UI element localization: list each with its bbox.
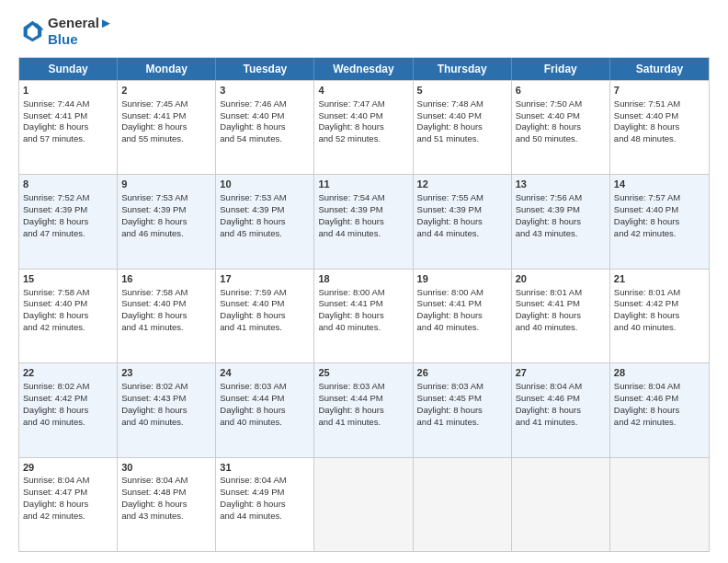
day-cell-2: 2Sunrise: 7:45 AMSunset: 4:41 PMDaylight… [118, 81, 216, 174]
day-info-line: Sunrise: 7:52 AM [23, 192, 113, 204]
day-info-line: Daylight: 8 hours [318, 216, 408, 228]
day-number: 31 [220, 461, 310, 475]
logo-icon [18, 18, 44, 44]
day-number: 29 [23, 461, 113, 475]
day-cell-4: 4Sunrise: 7:47 AMSunset: 4:40 PMDaylight… [314, 81, 413, 174]
header-day-tuesday: Tuesday [216, 58, 314, 80]
empty-cell [610, 458, 709, 551]
header-day-sunday: Sunday [19, 58, 118, 80]
day-info-line: Sunset: 4:41 PM [417, 298, 507, 310]
day-info-line: Daylight: 8 hours [23, 121, 113, 133]
day-number: 5 [417, 84, 507, 98]
day-info-line: Sunrise: 7:57 AM [614, 192, 705, 204]
day-info-line: Daylight: 8 hours [417, 121, 507, 133]
day-number: 18 [318, 272, 408, 286]
day-cell-18: 18Sunrise: 8:00 AMSunset: 4:41 PMDayligh… [314, 270, 413, 362]
day-info-line: and 43 minutes. [121, 511, 211, 523]
day-info-line: Sunrise: 8:00 AM [318, 287, 408, 299]
day-number: 12 [417, 178, 507, 191]
day-info-line: and 40 minutes. [121, 417, 211, 429]
day-info-line: Sunrise: 7:46 AM [220, 98, 310, 110]
day-info-line: Sunset: 4:46 PM [614, 393, 705, 405]
day-info-line: Sunset: 4:40 PM [614, 204, 705, 216]
day-info-line: Sunset: 4:40 PM [516, 110, 606, 122]
day-cell-31: 31Sunrise: 8:04 AMSunset: 4:49 PMDayligh… [216, 458, 314, 551]
day-info-line: Daylight: 8 hours [516, 405, 606, 417]
day-number: 10 [220, 178, 310, 191]
day-number: 2 [121, 84, 211, 98]
day-info-line: Sunrise: 8:02 AM [121, 381, 211, 393]
day-info-line: and 42 minutes. [23, 511, 113, 523]
day-number: 19 [417, 272, 507, 286]
day-cell-14: 14Sunrise: 7:57 AMSunset: 4:40 PMDayligh… [610, 175, 709, 268]
day-info-line: and 45 minutes. [220, 228, 310, 240]
day-info-line: Sunset: 4:41 PM [516, 298, 606, 310]
day-info-line: and 42 minutes. [614, 417, 705, 429]
day-number: 15 [23, 272, 113, 286]
day-info-line: Daylight: 8 hours [614, 216, 705, 228]
day-info-line: Sunset: 4:39 PM [318, 204, 408, 216]
day-info-line: Daylight: 8 hours [220, 121, 310, 133]
day-cell-17: 17Sunrise: 7:59 AMSunset: 4:40 PMDayligh… [216, 270, 314, 362]
day-cell-21: 21Sunrise: 8:01 AMSunset: 4:42 PMDayligh… [610, 270, 709, 362]
day-info-line: Sunrise: 8:03 AM [417, 381, 507, 393]
day-info-line: Daylight: 8 hours [318, 121, 408, 133]
day-info-line: Sunset: 4:39 PM [220, 204, 310, 216]
header-day-saturday: Saturday [610, 58, 709, 80]
logo-text: General► Blue [48, 15, 113, 48]
day-number: 25 [318, 366, 408, 380]
day-info-line: and 51 minutes. [417, 133, 507, 145]
day-info-line: Daylight: 8 hours [417, 405, 507, 417]
day-info-line: Daylight: 8 hours [516, 216, 606, 228]
day-info-line: Sunrise: 7:59 AM [220, 287, 310, 299]
day-info-line: Daylight: 8 hours [417, 216, 507, 228]
day-info-line: Sunset: 4:40 PM [614, 110, 705, 122]
day-info-line: and 48 minutes. [614, 133, 705, 145]
day-info-line: and 41 minutes. [121, 322, 211, 334]
day-info-line: Sunset: 4:40 PM [318, 110, 408, 122]
day-info-line: Daylight: 8 hours [220, 405, 310, 417]
day-info-line: and 57 minutes. [23, 133, 113, 145]
day-info-line: Daylight: 8 hours [121, 121, 211, 133]
day-info-line: and 40 minutes. [516, 322, 606, 334]
calendar: SundayMondayTuesdayWednesdayThursdayFrid… [18, 57, 710, 552]
day-cell-13: 13Sunrise: 7:56 AMSunset: 4:39 PMDayligh… [512, 175, 610, 268]
day-info-line: and 44 minutes. [318, 228, 408, 240]
header: General► Blue [18, 15, 710, 48]
day-cell-7: 7Sunrise: 7:51 AMSunset: 4:40 PMDaylight… [610, 81, 709, 174]
week-row-1: 1Sunrise: 7:44 AMSunset: 4:41 PMDaylight… [19, 80, 709, 174]
header-day-monday: Monday [118, 58, 216, 80]
day-number: 21 [614, 272, 705, 286]
day-info-line: and 41 minutes. [516, 417, 606, 429]
header-day-friday: Friday [512, 58, 610, 80]
day-info-line: Daylight: 8 hours [220, 499, 310, 511]
day-cell-3: 3Sunrise: 7:46 AMSunset: 4:40 PMDaylight… [216, 81, 314, 174]
day-info-line: Sunrise: 8:03 AM [318, 381, 408, 393]
empty-cell [512, 458, 610, 551]
calendar-body: 1Sunrise: 7:44 AMSunset: 4:41 PMDaylight… [19, 80, 709, 551]
day-info-line: Sunrise: 7:58 AM [23, 287, 113, 299]
day-cell-20: 20Sunrise: 8:01 AMSunset: 4:41 PMDayligh… [512, 270, 610, 362]
day-number: 28 [614, 366, 705, 380]
day-info-line: Daylight: 8 hours [516, 310, 606, 322]
day-cell-24: 24Sunrise: 8:03 AMSunset: 4:44 PMDayligh… [216, 363, 314, 456]
day-number: 11 [318, 178, 408, 191]
day-info-line: and 44 minutes. [220, 511, 310, 523]
day-info-line: Sunset: 4:46 PM [516, 393, 606, 405]
header-day-thursday: Thursday [414, 58, 512, 80]
day-cell-9: 9Sunrise: 7:53 AMSunset: 4:39 PMDaylight… [118, 175, 216, 268]
day-info-line: Sunrise: 7:45 AM [121, 98, 211, 110]
day-info-line: Sunrise: 8:04 AM [23, 475, 113, 487]
day-cell-27: 27Sunrise: 8:04 AMSunset: 4:46 PMDayligh… [512, 363, 610, 456]
empty-cell [314, 458, 413, 551]
day-info-line: Daylight: 8 hours [614, 310, 705, 322]
day-number: 7 [614, 84, 705, 98]
day-info-line: Sunrise: 7:51 AM [614, 98, 705, 110]
day-info-line: Sunset: 4:40 PM [23, 298, 113, 310]
day-cell-12: 12Sunrise: 7:55 AMSunset: 4:39 PMDayligh… [414, 175, 512, 268]
day-info-line: and 55 minutes. [121, 133, 211, 145]
day-info-line: and 42 minutes. [23, 322, 113, 334]
day-info-line: Daylight: 8 hours [23, 216, 113, 228]
day-info-line: Sunrise: 7:44 AM [23, 98, 113, 110]
day-info-line: Sunset: 4:40 PM [220, 298, 310, 310]
